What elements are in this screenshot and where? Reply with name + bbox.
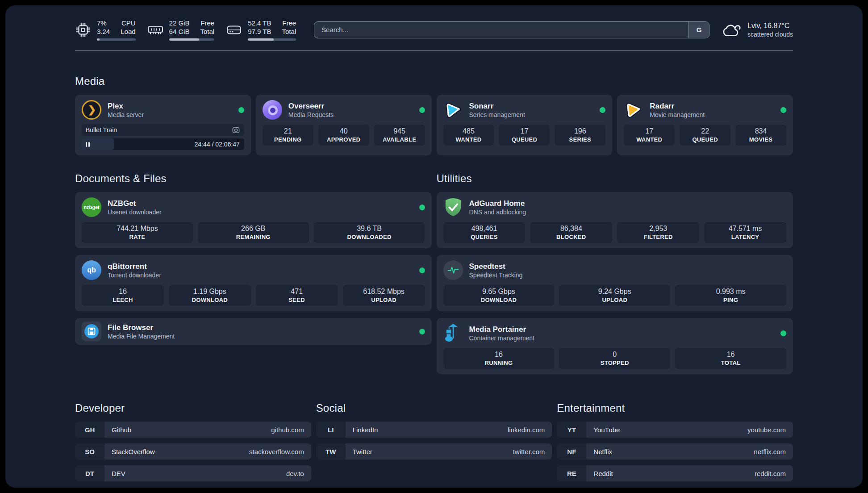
stat-label: APPROVED (318, 136, 369, 143)
stat-tile: 21 PENDING (263, 125, 313, 146)
cpu-icon (75, 22, 91, 38)
app-subtitle: Torrent downloader (108, 271, 161, 279)
ram-free-label: Free (200, 19, 214, 27)
app-name: NZBGet (108, 199, 162, 208)
stat-tile: 86,384 BLOCKED (530, 222, 612, 243)
ram-free-value: 22 GiB (169, 19, 190, 27)
ram-total-value: 64 GiB (169, 27, 190, 36)
bookmark-name: StackOverflow (112, 448, 155, 455)
app-card-plex[interactable]: ❯ Plex Media server Bullet Train 24:44 /… (75, 95, 251, 155)
stat-label: QUEUED (499, 136, 550, 143)
app-name: Sonarr (469, 101, 525, 111)
stat-tile: 16 TOTAL (675, 348, 786, 369)
status-dot (238, 107, 244, 113)
status-dot (419, 267, 425, 273)
adguard-icon (443, 197, 463, 217)
stat-label: MOVIES (735, 136, 786, 143)
pause-button[interactable] (86, 142, 90, 147)
stat-label: DOWNLOAD (443, 296, 555, 304)
bookmark-name: Github (112, 426, 131, 434)
bookmark-url: youtube.com (747, 426, 786, 434)
app-card-sonarr[interactable]: Sonarr Series management 485 WANTED 17 Q… (437, 95, 613, 155)
bookmark-abbr: LI (316, 422, 346, 438)
stat-value: 834 (735, 126, 786, 136)
stat-tile: 945 AVAILABLE (374, 125, 425, 146)
bookmark-name: Twitter (353, 448, 372, 455)
app-card-overseerr[interactable]: Overseerr Media Requests 21 PENDING 40 A… (256, 95, 432, 155)
bookmark-reddit[interactable]: RE Reddit reddit.com (557, 465, 793, 481)
status-dot (780, 107, 786, 113)
search-input[interactable] (314, 21, 709, 38)
disk-total-value: 97.9 TB (248, 27, 271, 36)
stat-value: 471 (256, 287, 338, 296)
stat-value: 47.571 ms (704, 224, 786, 233)
dashboard-page: 7% 3.24 CPU Load (5, 5, 863, 488)
bookmark-dev[interactable]: DT DEV dev.to (75, 465, 311, 481)
cpu-progress-bar (97, 38, 136, 41)
app-card-radarr[interactable]: Radarr Movie management 17 WANTED 22 QUE… (617, 95, 793, 155)
app-subtitle: DNS and adblocking (469, 208, 526, 216)
section-title-social: Social (316, 402, 552, 414)
stat-label: LATENCY (704, 233, 786, 241)
stat-value: 196 (555, 126, 605, 136)
app-card-filebrowser[interactable]: File Browser Media File Management (75, 318, 432, 345)
search-engine-button[interactable]: G (689, 22, 709, 38)
stat-value: 618.52 Mbps (343, 287, 425, 296)
app-name: AdGuard Home (469, 199, 526, 208)
app-subtitle: Movie management (650, 111, 705, 119)
ram-total-label: Total (200, 27, 214, 36)
stat-value: 40 (318, 126, 369, 136)
bookmark-youtube[interactable]: YT YouTube youtube.com (557, 422, 793, 438)
stat-value: 1.19 Gbps (169, 287, 251, 296)
status-dot (600, 107, 605, 113)
app-subtitle: Series management (469, 111, 525, 119)
bookmark-netflix[interactable]: NF Netflix netflix.com (557, 443, 793, 460)
stat-label: PENDING (263, 136, 313, 143)
app-name: qBittorrent (108, 262, 161, 271)
stat-value: 16 (82, 287, 164, 296)
stat-tile: 22 QUEUED (680, 125, 730, 146)
playback-progress-bar: 24:44 / 02:06:47 (82, 138, 244, 150)
stat-label: SEED (256, 296, 338, 304)
app-card-portainer[interactable]: Media Portainer Container management 16 … (437, 318, 793, 374)
bookmark-github[interactable]: GH Github github.com (75, 422, 311, 438)
status-dot (419, 205, 425, 210)
stat-tile: 196 SERIES (555, 125, 605, 146)
bookmark-abbr: TW (316, 443, 346, 460)
weather-condition: scattered clouds (747, 31, 793, 38)
stat-label: DOWNLOAD (169, 296, 251, 304)
bookmark-linkedin[interactable]: LI LinkedIn linkedin.com (316, 422, 552, 438)
app-card-nzbget[interactable]: nzbget NZBGet Usenet downloader 744.21 M… (75, 192, 432, 248)
stat-label: WANTED (624, 136, 675, 143)
disk-free-label: Free (282, 19, 296, 27)
app-name: File Browser (108, 323, 175, 332)
bookmark-name: LinkedIn (353, 426, 378, 434)
stat-label: DOWNLOADED (314, 233, 425, 241)
app-card-speedtest[interactable]: Speedtest Speedtest Tracking 9.65 Gbps D… (437, 255, 793, 311)
stat-label: QUERIES (443, 233, 526, 241)
cpu-stat: 7% 3.24 CPU Load (75, 19, 136, 41)
stat-value: 17 (624, 126, 675, 136)
ram-icon (147, 22, 163, 38)
search-bar: G (314, 21, 709, 38)
stat-label: QUEUED (680, 136, 730, 143)
stat-value: 2,953 (617, 224, 699, 233)
track-title: Bullet Train (86, 126, 232, 134)
app-subtitle: Media Requests (288, 111, 334, 119)
section-title-entertainment: Entertainment (557, 402, 793, 414)
status-dot (419, 107, 425, 113)
disk-icon (226, 22, 242, 38)
app-card-adguard[interactable]: AdGuard Home DNS and adblocking 498,461 … (437, 192, 793, 248)
bookmark-twitter[interactable]: TW Twitter twitter.com (316, 443, 552, 460)
app-name: Speedtest (469, 262, 523, 271)
ram-progress-bar (169, 38, 215, 41)
stat-value: 0.993 ms (675, 287, 786, 296)
app-name: Radarr (650, 101, 705, 111)
app-card-qbittorrent[interactable]: qb qBittorrent Torrent downloader 16 LEE… (75, 255, 432, 311)
stat-value: 16 (675, 350, 786, 359)
bookmark-stackoverflow[interactable]: SO StackOverflow stackoverflow.com (75, 443, 311, 460)
bookmark-name: Reddit (593, 470, 613, 477)
playback-progress-fill (82, 138, 114, 150)
bookmarks-entertainment: Entertainment YT YouTube youtube.com NF … (557, 402, 793, 487)
bookmark-name: Netflix (593, 448, 612, 455)
